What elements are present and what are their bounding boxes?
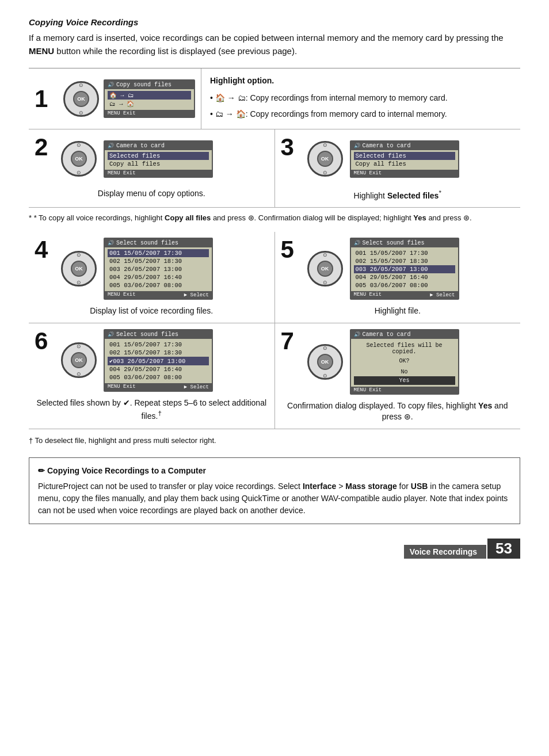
step4-cell: 4 ⊙ ⊙ OK 🔊 Select sound [29,232,275,323]
step2-number: 2 [35,135,53,159]
step5-desc: Highlight file. [281,306,515,317]
pencil-icon: ✏ [38,465,45,477]
step4-lcd: 🔊 Select sound files 001 15/05/2007 17:3… [104,238,213,300]
footnote-star: * * To copy all voice recordings, highli… [29,212,520,224]
step5-ctrl: ⊙ ⊙ OK [305,249,345,289]
section-title: Copying Voice Recordings [29,17,520,27]
step3-ctrl: ⊙ ⊙ OK [305,139,345,179]
step6-dagger: † [158,409,161,417]
page-number: 53 [487,539,520,559]
step7-desc: Confirmation dialog displayed. To copy f… [281,400,515,423]
footnote-dagger: † To deselect file, highlight and press … [29,435,520,446]
step6-lcd: 🔊 Select sound files 001 15/05/2007 17:3… [104,329,213,392]
step1-row: 1 ⊙ ⊙ OK 🔊 Copy sound files [29,68,520,129]
page-footer: Voice Recordings 53 [29,536,520,559]
step5-number: 5 [281,238,299,262]
intro-menu-bold: MENU [29,46,54,56]
step3-desc: Highlight Selected files* [281,188,515,201]
step4-number: 4 [35,238,53,262]
step1-highlight: Highlight option. [210,74,512,87]
step2-cell: 2 ⊙ ⊙ OK 🔊 Camera to car [29,129,275,207]
step7-ctrl: ⊙ ⊙ OK [305,342,345,382]
step2-ctrl: ⊙ ⊙ OK [59,139,99,179]
step3-cell: 3 ⊙ ⊙ OK 🔊 Camera to car [275,129,521,207]
step2-desc: Display menu of copy options. [35,188,269,200]
step1-number: 1 [35,87,53,111]
step1-right: Highlight option. • 🏠 → 🗂: Copy recordin… [201,68,520,129]
step7-number: 7 [281,329,299,353]
step4-desc: Display list of voice recording files. [35,306,269,317]
step7-cell: 7 ⊙ ⊙ OK 🔊 Camera to car [275,323,521,429]
step1-lcd: 🔊 Copy sound files 🏠 → 🗂 🗂 → 🏠 MENU Exit [104,79,195,118]
page-container: Copying Voice Recordings If a memory car… [29,17,520,559]
step6-cell: 6 ⊙ ⊙ OK 🔊 Select sound [29,323,275,429]
note-title: ✏ Copying Voice Recordings to a Computer [38,465,511,477]
step2-lcd: 🔊 Camera to card Selected files Copy all… [104,140,213,178]
steps-row-23: 2 ⊙ ⊙ OK 🔊 Camera to car [29,129,520,208]
step1-left: 1 ⊙ ⊙ OK 🔊 Copy sound files [29,68,201,129]
note-box: ✏ Copying Voice Recordings to a Computer… [29,457,520,524]
step7-lcd: 🔊 Camera to card Selected files will be … [350,329,459,395]
steps-section: 1 ⊙ ⊙ OK 🔊 Copy sound files [29,68,520,429]
step1-ctrl: ⊙ ⊙ OK [63,79,99,119]
step5-lcd: 🔊 Select sound files 001 15/05/2007 17:3… [350,238,459,300]
step5-cell: 5 ⊙ ⊙ OK 🔊 Select sound [275,232,521,323]
step6-number: 6 [35,329,53,353]
step6-desc: Selected files shown by ✔. Repeat steps … [35,398,269,422]
steps-row-67: 6 ⊙ ⊙ OK 🔊 Select sound [29,323,520,429]
steps-row-45: 4 ⊙ ⊙ OK 🔊 Select sound [29,232,520,323]
step3-lcd: 🔊 Camera to card Selected files Copy all… [350,140,459,178]
footer-label: Voice Recordings [404,545,486,559]
intro-paragraph: If a memory card is inserted, voice reco… [29,32,520,58]
note-text: PictureProject can not be used to transf… [38,480,511,517]
step3-star: * [439,189,441,196]
step6-ctrl: ⊙ ⊙ OK [59,340,99,380]
step4-ctrl: ⊙ ⊙ OK [59,249,99,289]
intro-text-1: If a memory card is inserted, voice reco… [29,33,504,43]
intro-text-2: button while the recording list is displ… [54,46,297,56]
step3-number: 3 [281,135,299,159]
